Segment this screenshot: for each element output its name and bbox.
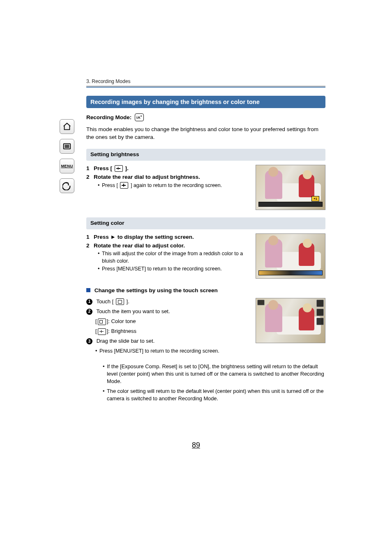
touch-step-1: 1 Touch [ ]. xyxy=(86,298,251,305)
brightness-step-1: Press [ ]. xyxy=(94,165,129,173)
color-step-2-sub1: This will adjust the color of the image … xyxy=(98,250,251,265)
touch-step-2: 2 Touch the item you want to set. xyxy=(86,308,251,315)
brightness-step-2: Rotate the rear dial to adjust brightnes… xyxy=(94,173,200,181)
nav-toc-button[interactable] xyxy=(60,139,74,154)
list-icon xyxy=(62,142,71,151)
subheading-brightness: Setting brightness xyxy=(86,149,325,161)
touch-step-3-sub: Press [MENU/SET] to return to the record… xyxy=(95,348,251,355)
brightness-button-icon xyxy=(98,328,106,335)
ia-touch-icon xyxy=(116,298,124,305)
nav-back-button[interactable] xyxy=(60,178,74,193)
touch-option-brightness: []: Brightness xyxy=(86,328,251,335)
footnotes: If the [Exposure Comp. Reset] is set to … xyxy=(86,363,325,402)
brightness-step-2-sub: Press [ ] again to return to the recordi… xyxy=(98,182,251,189)
exposure-comp-icon xyxy=(120,182,128,189)
circled-3-icon: 3 xyxy=(86,338,92,344)
content-column: 3. Recording Modes Recording images by c… xyxy=(86,78,325,407)
subheading-color: Setting color xyxy=(86,217,325,229)
exposure-comp-icon xyxy=(115,165,123,172)
touch-option-color-tone: []: Color tone xyxy=(86,318,251,325)
nav-home-button[interactable] xyxy=(60,119,74,134)
circled-2-icon: 2 xyxy=(86,309,92,315)
exposure-scale-icon xyxy=(258,202,323,207)
ia-plus-icon: iA+ xyxy=(135,113,144,121)
back-arrow-icon xyxy=(62,181,71,190)
color-tone-button-icon xyxy=(98,319,106,325)
chapter-label: 3. Recording Modes xyxy=(86,78,325,85)
home-icon xyxy=(62,122,71,131)
page-number[interactable]: 89 xyxy=(0,440,392,450)
color-step-1: Press ► to display the setting screen. xyxy=(94,233,194,241)
menu-label: MENU xyxy=(61,163,73,169)
circled-1-icon: 1 xyxy=(86,299,92,305)
intro-paragraph: This mode enables you to change the brig… xyxy=(86,126,325,141)
touch-step-3: 3 Drag the slide bar to set. xyxy=(86,337,251,345)
touch-example-image xyxy=(256,298,325,343)
section-heading: Recording images by changing the brightn… xyxy=(86,96,325,108)
nav-menu-button[interactable]: MENU xyxy=(60,159,74,173)
recording-mode-label: Recording Mode: xyxy=(86,114,131,120)
color-step-2: Rotate the rear dial to adjust color. xyxy=(94,242,185,250)
touch-panel-buttons xyxy=(316,300,324,327)
overlay-mode-icon xyxy=(257,300,265,305)
color-step-2-sub2: Press [MENU/SET] to return to the record… xyxy=(98,265,251,273)
footnote-1: If the [Exposure Comp. Reset] is set to … xyxy=(103,363,325,385)
brightness-example-image: +1 xyxy=(256,165,325,210)
color-example-image xyxy=(256,233,325,279)
color-scale-icon xyxy=(258,270,323,275)
touch-subheading: Change the settings by using the touch s… xyxy=(95,287,218,293)
recording-mode-line: Recording Mode: iA+ xyxy=(86,114,325,122)
footnote-2: The color setting will return to the def… xyxy=(103,388,325,402)
bullet-square-icon xyxy=(86,288,90,292)
exposure-value-badge: +1 xyxy=(311,196,319,201)
sidebar-nav: MENU xyxy=(60,119,76,198)
divider xyxy=(86,86,325,86)
divider-accent xyxy=(86,87,325,88)
